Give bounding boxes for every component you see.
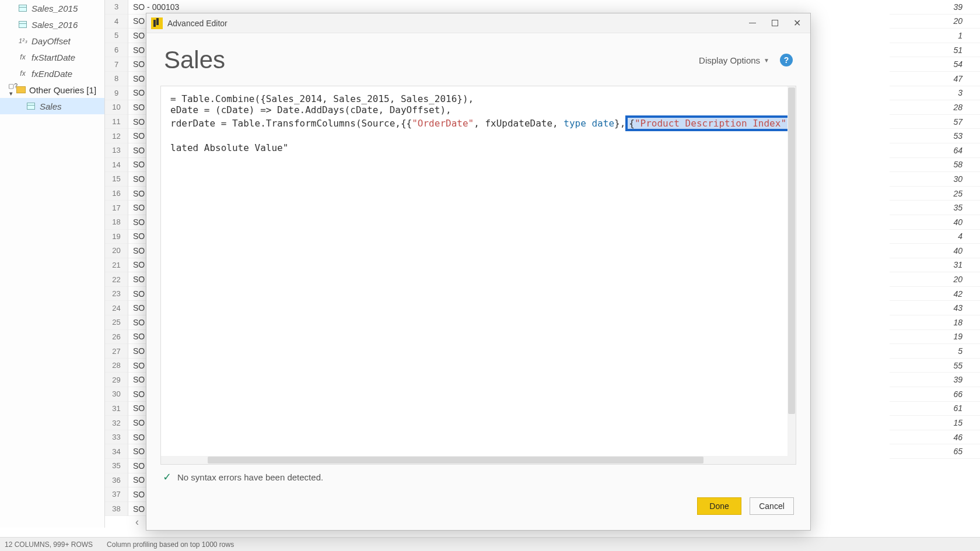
value-cell[interactable]: 39 <box>890 373 980 387</box>
row-number[interactable]: 4 <box>105 15 128 29</box>
help-button[interactable]: ? <box>780 54 793 66</box>
row-number[interactable]: 23 <box>105 287 128 301</box>
editor-scrollbar-horizontal[interactable] <box>161 456 788 464</box>
value-cell[interactable]: 35 <box>890 201 980 215</box>
status-columns: 12 COLUMNS, 999+ ROWS <box>5 541 93 549</box>
query-item-sales2016[interactable]: Sales_2016 <box>0 16 104 33</box>
value-cell[interactable]: 66 <box>890 387 980 402</box>
editor-scrollbar-vertical[interactable] <box>788 86 796 464</box>
value-cell[interactable]: 55 <box>890 359 980 373</box>
close-button[interactable]: ✕ <box>786 15 808 31</box>
syntax-message: No syntax errors have been detected. <box>177 472 323 482</box>
queries-panel: Sales_2015 Sales_2016 1²₃ DayOffset fx f… <box>0 0 105 528</box>
value-cell[interactable]: 57 <box>890 115 980 129</box>
number-icon: 1²₃ <box>18 37 28 45</box>
value-cell[interactable]: 64 <box>890 143 980 158</box>
row-number[interactable]: 19 <box>105 230 128 244</box>
row-number[interactable]: 27 <box>105 344 128 359</box>
value-cell[interactable]: 25 <box>890 187 980 201</box>
query-item-fxenddate[interactable]: fx fxEndDate <box>0 65 104 82</box>
row-number[interactable]: 20 <box>105 244 128 258</box>
scrollbar-thumb[interactable] <box>208 457 704 464</box>
row-number[interactable]: 13 <box>105 143 128 158</box>
value-cell[interactable]: 28 <box>890 100 980 115</box>
value-cell[interactable]: 39 <box>890 0 980 15</box>
check-icon: ✓ <box>163 471 172 483</box>
row-number[interactable]: 17 <box>105 201 128 215</box>
value-cell[interactable]: 53 <box>890 129 980 143</box>
row-number[interactable]: 16 <box>105 187 128 201</box>
value-cell[interactable]: 40 <box>890 244 980 258</box>
maximize-button[interactable] <box>764 15 786 31</box>
value-cell[interactable]: 31 <box>890 258 980 273</box>
row-number[interactable]: 25 <box>105 315 128 330</box>
row-number[interactable]: 7 <box>105 57 128 72</box>
query-item-fxstartdate[interactable]: fx fxStartDate <box>0 49 104 65</box>
value-cell[interactable]: 1 <box>890 29 980 43</box>
row-number[interactable]: 3 <box>105 0 128 15</box>
value-cell[interactable]: 30 <box>890 172 980 187</box>
row-number[interactable]: 6 <box>105 43 128 58</box>
row-number[interactable]: 37 <box>105 487 128 502</box>
chevron-down-icon: ▼ <box>764 57 769 64</box>
value-cell[interactable]: 20 <box>890 272 980 287</box>
value-cell[interactable]: 65 <box>890 444 980 459</box>
row-number[interactable]: 32 <box>105 416 128 430</box>
query-group-other[interactable]: ▢?▾ Other Queries [1] <box>0 82 104 98</box>
value-cell[interactable]: 54 <box>890 57 980 72</box>
row-number[interactable]: 18 <box>105 215 128 230</box>
query-item-sales-selected[interactable]: Sales <box>0 98 104 114</box>
row-number[interactable]: 12 <box>105 129 128 143</box>
cancel-button[interactable]: Cancel <box>750 497 794 515</box>
query-item-sales2015[interactable]: Sales_2015 <box>0 0 104 16</box>
row-number[interactable]: 31 <box>105 402 128 416</box>
display-options-dropdown[interactable]: Display Options ▼ <box>699 55 769 65</box>
value-cell[interactable]: 19 <box>890 330 980 345</box>
query-label: DayOffset <box>32 36 71 46</box>
done-button[interactable]: Done <box>697 497 741 515</box>
row-number[interactable]: 33 <box>105 430 128 445</box>
group-label: Other Queries [1] <box>29 85 96 95</box>
row-number[interactable]: 26 <box>105 330 128 345</box>
row-number[interactable]: 38 <box>105 502 128 517</box>
grid-nav-left[interactable]: ‹ <box>128 516 146 528</box>
scrollbar-thumb[interactable] <box>788 87 795 414</box>
value-cell[interactable]: 5 <box>890 344 980 359</box>
row-number[interactable]: 11 <box>105 115 128 129</box>
value-cell[interactable]: 46 <box>890 430 980 445</box>
value-cell[interactable]: 42 <box>890 287 980 301</box>
row-number[interactable]: 21 <box>105 258 128 273</box>
row-number[interactable]: 15 <box>105 172 128 187</box>
so-cell[interactable]: SO - 000103 <box>128 0 233 15</box>
row-number[interactable]: 22 <box>105 272 128 287</box>
value-cell[interactable]: 20 <box>890 15 980 29</box>
minimize-button[interactable] <box>741 15 764 31</box>
app-root: 3456789101112131415161718192021222324252… <box>0 0 980 551</box>
value-cell[interactable]: 4 <box>890 230 980 244</box>
value-cell[interactable]: 58 <box>890 158 980 173</box>
value-cell[interactable]: 18 <box>890 315 980 330</box>
row-number[interactable]: 30 <box>105 387 128 402</box>
query-item-dayoffset[interactable]: 1²₃ DayOffset <box>0 33 104 49</box>
code-editor[interactable]: = Table.Combine({Sales_2014, Sales_2015,… <box>161 86 796 464</box>
row-number[interactable]: 14 <box>105 158 128 173</box>
row-number[interactable]: 29 <box>105 373 128 387</box>
value-cell[interactable]: 43 <box>890 301 980 315</box>
row-number[interactable]: 8 <box>105 72 128 86</box>
value-cell[interactable]: 3 <box>890 86 980 101</box>
row-number[interactable]: 24 <box>105 301 128 315</box>
row-number[interactable]: 10 <box>105 100 128 115</box>
row-number[interactable]: 5 <box>105 29 128 43</box>
row-number[interactable]: 9 <box>105 86 128 101</box>
dialog-titlebar[interactable]: Advanced Editor ✕ <box>146 13 810 33</box>
value-cell[interactable]: 47 <box>890 72 980 86</box>
value-cell[interactable]: 61 <box>890 402 980 416</box>
row-number[interactable]: 35 <box>105 459 128 473</box>
selected-code[interactable]: {"Product Description Index", Number.Abs… <box>625 115 796 131</box>
row-number[interactable]: 28 <box>105 359 128 373</box>
value-cell[interactable]: 51 <box>890 43 980 58</box>
value-cell[interactable]: 15 <box>890 416 980 430</box>
value-cell[interactable]: 40 <box>890 215 980 230</box>
row-number[interactable]: 36 <box>105 473 128 488</box>
row-number[interactable]: 34 <box>105 444 128 459</box>
